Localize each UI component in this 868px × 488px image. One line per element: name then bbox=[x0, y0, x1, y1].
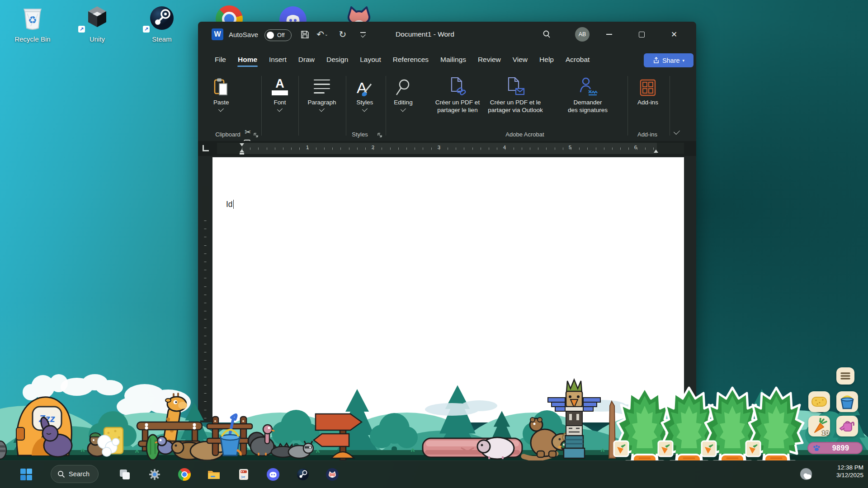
tab-mailings[interactable]: Mailings bbox=[434, 51, 472, 68]
tab-home[interactable]: Home bbox=[232, 51, 263, 68]
tab-stop-selector[interactable] bbox=[203, 145, 209, 151]
addins-icon bbox=[639, 76, 656, 97]
folder-icon bbox=[207, 469, 221, 480]
tab-insert[interactable]: Insert bbox=[263, 51, 292, 68]
tab-draw[interactable]: Draw bbox=[292, 51, 321, 68]
discord-taskbar-button[interactable] bbox=[263, 465, 283, 483]
paste-button[interactable]: Paste bbox=[213, 76, 229, 111]
titlebar: W AutoSave Off ↶⌄ ↻ Document1 - Word AB … bbox=[198, 22, 696, 47]
watering-can-button[interactable] bbox=[836, 416, 858, 436]
task-view-icon bbox=[118, 468, 131, 481]
request-signatures-button[interactable]: Demanderdes signatures bbox=[558, 76, 618, 114]
unity-icon: ↗ bbox=[75, 4, 119, 33]
tab-references[interactable]: References bbox=[387, 51, 434, 68]
chevron-down-icon bbox=[218, 106, 224, 112]
sponge-tool-button[interactable] bbox=[808, 391, 830, 412]
text-cursor bbox=[233, 200, 234, 209]
share-icon bbox=[653, 57, 660, 64]
points-value: 9899 bbox=[824, 444, 857, 452]
snipping-tool-button[interactable]: ✂ bbox=[234, 465, 254, 483]
bucket[interactable] bbox=[221, 415, 241, 455]
close-button[interactable]: ✕ bbox=[666, 28, 682, 41]
clock-time: 12:38 PM bbox=[836, 464, 863, 471]
styles-dialog-launcher[interactable] bbox=[377, 132, 383, 138]
account-avatar[interactable]: AB bbox=[575, 27, 590, 42]
chevron-down-icon bbox=[401, 106, 406, 112]
start-button[interactable] bbox=[16, 465, 36, 483]
ribbon: Paste ✂ Clipboard A Font bbox=[198, 71, 696, 141]
shortcut-arrow-icon: ↗ bbox=[78, 26, 85, 33]
editing-icon bbox=[395, 76, 411, 97]
document-title: Document1 - Word bbox=[396, 30, 454, 38]
task-view-button[interactable] bbox=[115, 465, 135, 483]
snipping-tool-icon: ✂ bbox=[238, 468, 250, 481]
steam-taskbar-button[interactable] bbox=[293, 465, 313, 483]
word-window: W AutoSave Off ↶⌄ ↻ Document1 - Word AB … bbox=[198, 22, 696, 422]
fox-icon bbox=[326, 468, 339, 481]
steam-icon: ↗ bbox=[140, 4, 184, 33]
ribbon-tabs: File Home Insert Draw Design Layout Refe… bbox=[209, 50, 595, 70]
taskbar: Search ✂ bbox=[0, 460, 868, 488]
undo-button[interactable]: ↶⌄ bbox=[315, 28, 330, 41]
tab-view[interactable]: View bbox=[507, 51, 533, 68]
pet-game-scene: Zzz bbox=[0, 374, 868, 461]
create-pdf-share-link-button[interactable]: Créer un PDF etpartager le lien bbox=[429, 76, 486, 114]
word-app-icon: W bbox=[212, 28, 223, 40]
svg-text:♻: ♻ bbox=[28, 14, 37, 26]
desktop-icon-label: Unity bbox=[75, 35, 119, 43]
left-indent-marker[interactable] bbox=[240, 149, 244, 155]
pdf-link-icon bbox=[448, 76, 467, 97]
tab-file[interactable]: File bbox=[209, 51, 232, 68]
taskbar-search[interactable]: Search bbox=[51, 465, 99, 483]
autosave-toggle[interactable]: Off bbox=[264, 29, 292, 41]
clipboard-dialog-launcher[interactable] bbox=[253, 132, 259, 138]
tab-review[interactable]: Review bbox=[472, 51, 507, 68]
font-button[interactable]: A Font bbox=[267, 76, 293, 111]
carrot-feed-button[interactable]: 10 bbox=[808, 416, 830, 436]
first-line-indent-marker[interactable] bbox=[240, 143, 244, 146]
bucket-tool-button[interactable] bbox=[836, 391, 858, 412]
group-label-clipboard: Clipboard bbox=[215, 131, 241, 138]
tray-clock[interactable]: 12:38 PM 3/12/2025 bbox=[836, 464, 863, 479]
create-pdf-outlook-button[interactable]: Créer un PDF et lepartager via Outlook bbox=[486, 76, 545, 114]
game-menu-button[interactable] bbox=[836, 367, 854, 385]
horizontal-ruler: 1 2 3 4 5 6 bbox=[198, 141, 696, 156]
file-explorer-button[interactable] bbox=[204, 465, 224, 483]
desktop-icon-recycle-bin[interactable]: ♻ Recycle Bin bbox=[11, 4, 54, 43]
share-button[interactable]: Share ▾ bbox=[644, 53, 693, 67]
pet-game-taskbar-button[interactable] bbox=[322, 465, 342, 483]
discord-icon bbox=[267, 468, 279, 481]
desktop-icon-steam[interactable]: ↗ Steam bbox=[140, 4, 184, 43]
search-button[interactable] bbox=[540, 28, 553, 41]
tab-help[interactable]: Help bbox=[533, 51, 560, 68]
paragraph-button[interactable]: Paragraph bbox=[306, 76, 338, 111]
search-label: Search bbox=[69, 470, 90, 478]
settings-button[interactable] bbox=[145, 465, 165, 483]
tab-layout[interactable]: Layout bbox=[354, 51, 387, 68]
search-icon bbox=[542, 30, 551, 39]
right-indent-marker[interactable] bbox=[654, 150, 658, 153]
redo-button[interactable]: ↻ bbox=[336, 28, 349, 41]
styles-button[interactable]: A Styles bbox=[352, 76, 378, 111]
group-label-styles: Styles bbox=[352, 131, 368, 138]
minimize-button[interactable] bbox=[601, 28, 617, 41]
tray-weather-button[interactable] bbox=[799, 467, 814, 483]
collapse-ribbon-button[interactable] bbox=[671, 127, 683, 136]
quick-access-toolbar-button[interactable] bbox=[357, 28, 369, 41]
carrot-plants[interactable] bbox=[614, 388, 803, 461]
font-icon: A bbox=[272, 76, 288, 97]
editing-button[interactable]: Editing bbox=[390, 76, 417, 111]
document-text[interactable]: Id bbox=[226, 200, 234, 209]
pdf-outlook-icon bbox=[506, 76, 525, 97]
steam-icon bbox=[297, 468, 309, 481]
carrot-count: 10 bbox=[821, 429, 829, 436]
addins-button[interactable]: Add-ins bbox=[633, 76, 663, 106]
tab-design[interactable]: Design bbox=[321, 51, 354, 68]
desktop-icon-unity[interactable]: ↗ Unity bbox=[75, 4, 119, 43]
save-icon bbox=[301, 30, 309, 39]
tab-acrobat[interactable]: Acrobat bbox=[560, 51, 595, 68]
chrome-taskbar-button[interactable] bbox=[175, 465, 194, 483]
maximize-button[interactable] bbox=[634, 28, 649, 41]
save-button[interactable] bbox=[298, 28, 311, 41]
shortcut-arrow-icon: ↗ bbox=[143, 26, 150, 33]
